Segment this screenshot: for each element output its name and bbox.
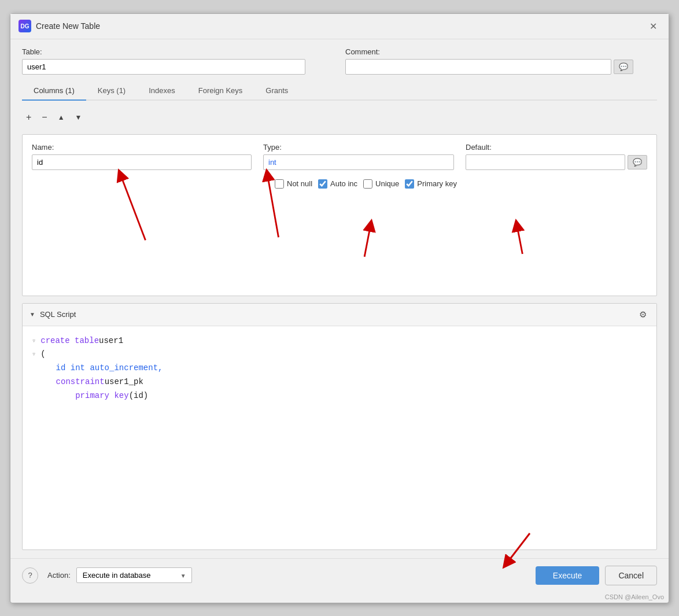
tab-foreign-keys[interactable]: Foreign Keys bbox=[187, 82, 254, 101]
sql-label: SQL Script bbox=[40, 310, 76, 319]
comment-label: Comment: bbox=[345, 47, 657, 56]
not-null-label: Not null bbox=[287, 179, 312, 188]
table-name-group: Table: bbox=[22, 47, 334, 75]
name-label: Name: bbox=[32, 143, 252, 152]
sql-header-left: ▼ SQL Script bbox=[29, 310, 76, 319]
default-field-group: Default: 💬 bbox=[466, 143, 647, 170]
name-field-group: Name: bbox=[32, 143, 252, 170]
table-name-input[interactable] bbox=[22, 59, 305, 75]
primary-key-checkbox-item: Primary key bbox=[405, 179, 457, 189]
sql-line-5: primary key (id) bbox=[32, 389, 647, 403]
default-comment-button[interactable]: 💬 bbox=[628, 155, 647, 169]
unique-label: Unique bbox=[375, 179, 399, 188]
table-label: Table: bbox=[22, 47, 334, 56]
move-up-button[interactable]: ▲ bbox=[54, 112, 69, 123]
bottom-left: ? Action: Execute in database Show SQL o… bbox=[22, 567, 192, 584]
dialog-title: Create New Table bbox=[36, 21, 100, 31]
columns-toolbar: + − ▲ ▼ bbox=[22, 108, 657, 127]
action-select-wrapper: Execute in database Show SQL only ▼ bbox=[76, 567, 192, 583]
column-field-row: Name: Type: Default: 💬 bbox=[32, 143, 647, 170]
add-column-button[interactable]: + bbox=[22, 111, 35, 124]
comment-input-row: 💬 bbox=[345, 59, 657, 75]
help-button[interactable]: ? bbox=[22, 567, 38, 584]
type-label: Type: bbox=[263, 143, 454, 152]
collapse-arrow-icon[interactable]: ▼ bbox=[29, 311, 35, 318]
not-null-checkbox[interactable] bbox=[275, 179, 284, 189]
execute-button[interactable]: Execute bbox=[536, 566, 600, 585]
app-icon: DG bbox=[19, 20, 31, 32]
move-down-button[interactable]: ▼ bbox=[71, 112, 86, 123]
sql-settings-button[interactable]: ⚙ bbox=[636, 308, 650, 321]
type-field-group: Type: bbox=[263, 143, 454, 170]
tab-keys[interactable]: Keys (1) bbox=[86, 82, 137, 101]
watermark: CSDN @Aileen_Ovo bbox=[10, 592, 669, 603]
close-button[interactable]: ✕ bbox=[646, 20, 660, 33]
sql-line-3: id int auto_increment, bbox=[32, 362, 647, 375]
primary-key-checkbox[interactable] bbox=[405, 179, 414, 189]
unique-checkbox[interactable] bbox=[363, 179, 372, 189]
column-type-input[interactable] bbox=[263, 154, 454, 170]
default-input-row: 💬 bbox=[466, 154, 647, 170]
primary-key-label: Primary key bbox=[417, 179, 457, 188]
title-bar-left: DG Create New Table bbox=[19, 20, 100, 32]
tabs-bar: Columns (1) Keys (1) Indexes Foreign Key… bbox=[22, 82, 657, 101]
svg-line-7 bbox=[517, 225, 523, 254]
sql-gutter-2: ▿ bbox=[32, 349, 36, 360]
bottom-right: Execute Cancel bbox=[536, 566, 657, 585]
remove-column-button[interactable]: − bbox=[38, 111, 51, 124]
create-table-dialog: DG Create New Table ✕ Table: Comment: 💬 … bbox=[10, 13, 669, 603]
sql-line-4: constraint user1_pk bbox=[32, 375, 647, 389]
auto-inc-checkbox-item: Auto inc bbox=[318, 179, 357, 189]
sql-line-2: ▿ ( bbox=[32, 348, 647, 362]
sql-gutter-1: ▿ bbox=[32, 335, 36, 347]
tab-columns[interactable]: Columns (1) bbox=[22, 82, 86, 101]
table-comment-row: Table: Comment: 💬 bbox=[22, 47, 657, 75]
cancel-button[interactable]: Cancel bbox=[605, 566, 657, 585]
column-name-input[interactable] bbox=[32, 154, 252, 170]
tab-indexes[interactable]: Indexes bbox=[137, 82, 187, 101]
bottom-bar: ? Action: Execute in database Show SQL o… bbox=[10, 558, 669, 592]
column-default-input[interactable] bbox=[466, 154, 625, 170]
sql-header: ▼ SQL Script ⚙ bbox=[23, 304, 656, 326]
auto-inc-checkbox[interactable] bbox=[318, 179, 327, 189]
action-label: Action: bbox=[47, 571, 71, 580]
action-row: Action: Execute in database Show SQL onl… bbox=[47, 567, 192, 583]
auto-inc-label: Auto inc bbox=[330, 179, 357, 188]
svg-line-4 bbox=[120, 175, 145, 240]
not-null-checkbox-item: Not null bbox=[275, 179, 312, 189]
action-select[interactable]: Execute in database Show SQL only bbox=[76, 567, 192, 583]
comment-input[interactable] bbox=[345, 59, 611, 75]
tab-grants[interactable]: Grants bbox=[254, 82, 300, 101]
unique-checkbox-item: Unique bbox=[363, 179, 399, 189]
svg-line-6 bbox=[364, 225, 371, 257]
default-label: Default: bbox=[466, 143, 647, 152]
checkboxes-row: Not null Auto inc Unique Primary key bbox=[275, 179, 647, 189]
comment-group: Comment: 💬 bbox=[345, 47, 657, 75]
sql-line-1: ▿ create table user1 bbox=[32, 334, 647, 348]
sql-content: ▿ create table user1 ▿ ( id int auto_inc… bbox=[23, 326, 656, 442]
dialog-content: Table: Comment: 💬 Columns (1) Keys (1) I… bbox=[10, 39, 669, 558]
btn-row: Execute Cancel bbox=[536, 566, 657, 585]
columns-panel: Name: Type: Default: 💬 bbox=[22, 134, 657, 296]
comment-icon-button[interactable]: 💬 bbox=[614, 60, 633, 74]
sql-section: ▼ SQL Script ⚙ ▿ create table user1 ▿ ( … bbox=[22, 303, 657, 550]
title-bar: DG Create New Table ✕ bbox=[10, 14, 669, 39]
